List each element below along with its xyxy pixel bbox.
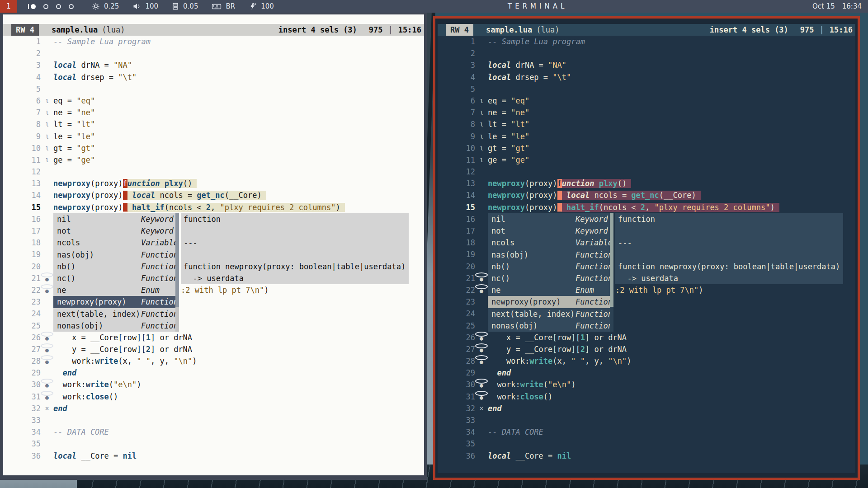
terminal-window-left[interactable]: RW 4 sample.lua (lua) insert 4 sels (3) … <box>0 13 427 480</box>
code-line[interactable]: 4local drsep = "\t" <box>3 71 424 83</box>
code-line[interactable]: 12 <box>438 166 855 178</box>
code-line[interactable]: 9ιle = "le" <box>438 131 855 142</box>
code-line[interactable]: 32×end <box>3 403 424 414</box>
completion-menu[interactable]: nilKeywordnotKeywordncolsVariablenas(obj… <box>53 213 179 332</box>
code-line[interactable]: 12 <box>3 166 424 178</box>
code-line[interactable]: 15newproxy(proxy)_ halt_if(ncols < 2, "p… <box>3 202 424 213</box>
volume-value: 100 <box>145 2 158 10</box>
code-line[interactable]: 4local drsep = "\t" <box>438 71 855 83</box>
line-number: 29 <box>438 367 475 379</box>
code-line[interactable]: 6ιeq = "eq" <box>438 95 855 107</box>
code-line[interactable]: 30● work:write("e\n") <box>3 379 424 390</box>
code-line[interactable]: 36local __Core = nil <box>3 450 424 462</box>
completion-item[interactable]: nb()Function <box>53 261 175 272</box>
completion-item[interactable]: nilKeyword <box>488 213 610 225</box>
completion-item[interactable]: ncolsVariable <box>53 237 175 249</box>
code-line[interactable]: 1-- Sample Lua program <box>3 36 424 47</box>
code-line[interactable]: 33 <box>438 414 855 426</box>
editor-pane-dark[interactable]: RW 4 sample.lua (lua) insert 4 sels (3) … <box>438 24 855 473</box>
code-line[interactable]: 3local drNA = "NA" <box>438 59 855 71</box>
completion-scrollbar[interactable] <box>175 213 179 332</box>
code-line[interactable]: 36local __Core = nil <box>438 450 855 462</box>
completion-item[interactable]: neEnum <box>53 284 175 296</box>
code-line[interactable]: 1-- Sample Lua program <box>438 36 855 47</box>
completion-item[interactable]: nonas(obj)Function <box>488 320 610 332</box>
code-line[interactable]: 27● y = __Core[row][2] or drNA <box>438 343 855 355</box>
code-line[interactable]: 27● y = __Core[row][2] or drNA <box>3 343 424 355</box>
code-line[interactable]: 32×end <box>438 403 855 414</box>
completion-item[interactable]: nas(obj)Function <box>488 249 610 261</box>
code-line[interactable]: 9ιle = "le" <box>3 131 424 142</box>
line-number: 2 <box>3 47 41 59</box>
code-line[interactable]: 13newproxy(proxy)function plxy() <box>3 178 424 189</box>
code-line[interactable]: 26● x = __Core[row][1] or drNA <box>3 332 424 343</box>
code-line[interactable]: 28● work:write(x, " ", y, "\n") <box>438 355 855 367</box>
code-line[interactable]: 28● work:write(x, " ", y, "\n") <box>3 355 424 367</box>
code-line[interactable]: 29 end <box>438 367 855 379</box>
code-line[interactable]: 7ιne = "ne" <box>438 107 855 118</box>
code-line[interactable]: 31● work:close() <box>438 391 855 403</box>
code-line[interactable]: 14newproxy(proxy) local ncols = get_nc(_… <box>3 189 424 201</box>
completion-item[interactable]: notKeyword <box>53 225 175 237</box>
code-line[interactable]: 7ιne = "ne" <box>3 107 424 118</box>
editor-pane-light[interactable]: RW 4 sample.lua (lua) insert 4 sels (3) … <box>3 14 424 475</box>
completion-item[interactable]: notKeyword <box>488 225 610 237</box>
completion-item[interactable]: nilKeyword <box>53 213 175 225</box>
code-line[interactable]: 26● x = __Core[row][1] or drNA <box>438 332 855 343</box>
completion-scrollbar[interactable] <box>610 213 613 332</box>
code-line[interactable]: 34-- DATA CORE <box>438 426 855 438</box>
workspace-indicator[interactable]: 1 <box>0 0 17 13</box>
completion-item[interactable]: next(table, index)Function <box>53 308 175 320</box>
workspace-dot[interactable] <box>43 4 48 9</box>
statusbar-separator: | <box>820 24 824 36</box>
code-line[interactable]: 11ιge = "ge" <box>3 154 424 166</box>
completion-item[interactable]: next(table, index)Function <box>488 308 610 320</box>
code-line[interactable]: 6ιeq = "eq" <box>3 95 424 107</box>
code-line[interactable]: 13newproxy(proxy)function plxy() <box>438 178 855 189</box>
terminal-window-right[interactable]: RW 4 sample.lua (lua) insert 4 sels (3) … <box>433 16 860 480</box>
completion-item[interactable]: ncolsVariable <box>488 237 610 249</box>
gutter-flag <box>475 308 488 319</box>
code-line[interactable]: 2 <box>3 47 424 59</box>
line-number: 16 <box>438 213 475 225</box>
code-line[interactable]: 8ιlt = "lt" <box>438 118 855 130</box>
workspace-dot[interactable] <box>56 4 61 9</box>
code-line[interactable]: 34-- DATA CORE <box>3 426 424 438</box>
gutter-flag <box>41 189 53 201</box>
code-line[interactable]: 14newproxy(proxy) local ncols = get_nc(_… <box>438 189 855 201</box>
completion-item[interactable]: nas(obj)Function <box>53 249 175 261</box>
line-number: 4 <box>438 71 475 83</box>
code-line[interactable]: 5 <box>438 83 855 95</box>
code-line[interactable]: 31● work:close() <box>3 391 424 403</box>
code-line[interactable]: 29 end <box>3 367 424 379</box>
line-number: 5 <box>438 83 475 95</box>
completion-menu[interactable]: nilKeywordnotKeywordncolsVariablenas(obj… <box>488 213 613 332</box>
code-line[interactable]: 10ιgt = "gt" <box>438 142 855 154</box>
code-line[interactable]: 10ιgt = "gt" <box>3 142 424 154</box>
code-line[interactable]: 30● work:write("e\n") <box>438 379 855 390</box>
code-line[interactable]: 5 <box>3 83 424 95</box>
completion-item[interactable]: newproxy(proxy)Function <box>488 296 610 308</box>
completion-item[interactable]: nc()Function <box>488 272 610 284</box>
completion-item[interactable]: nc()Function <box>53 272 175 284</box>
editor-statusbar: RW 4 sample.lua (lua) insert 4 sels (3) … <box>438 24 855 36</box>
code-line[interactable]: 11ιge = "ge" <box>438 154 855 166</box>
line-number: 11 <box>438 154 475 166</box>
code-line[interactable]: 35 <box>3 438 424 450</box>
code-text: work:write("e\n") <box>53 379 142 390</box>
workspace-dot[interactable] <box>31 4 36 9</box>
gutter-flag: ● <box>475 343 488 348</box>
code-line[interactable]: 2 <box>438 47 855 59</box>
completion-item[interactable]: nonas(obj)Function <box>53 320 175 332</box>
code-line[interactable]: 33 <box>3 414 424 426</box>
code-text: ne = "ne" <box>488 107 529 118</box>
completion-item[interactable]: neEnum <box>488 284 610 296</box>
workspace-dot[interactable] <box>69 4 74 9</box>
code-line[interactable]: 8ιlt = "lt" <box>3 118 424 130</box>
completion-item[interactable]: newproxy(proxy)Function <box>53 296 175 308</box>
code-line[interactable]: 15newproxy(proxy)_ halt_if(ncols < 2, "p… <box>438 202 855 213</box>
gutter-flag <box>475 367 488 379</box>
code-line[interactable]: 35 <box>438 438 855 450</box>
code-line[interactable]: 3local drNA = "NA" <box>3 59 424 71</box>
completion-item[interactable]: nb()Function <box>488 261 610 272</box>
